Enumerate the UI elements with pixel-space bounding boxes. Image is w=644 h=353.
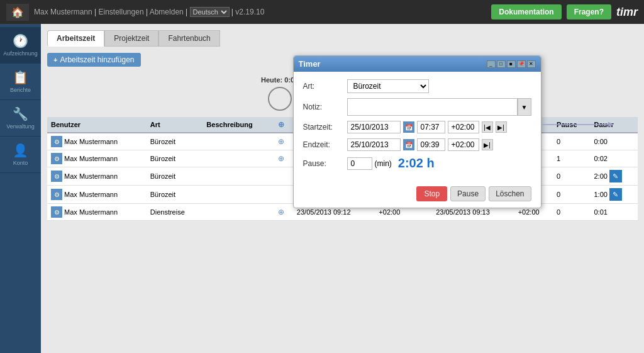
summary-today-circle <box>268 87 292 111</box>
modal-pin-button[interactable]: 📌 <box>517 60 526 68</box>
start-next-button[interactable]: ▶| <box>496 121 507 133</box>
row-settings-button[interactable]: ⚙ <box>51 171 62 182</box>
cell-user: ⚙ Max Mustermann <box>47 204 147 221</box>
sidebar: 🕐 Aufzeichnung 📋 Berichte 🔧 Verwaltung 👤… <box>0 24 41 353</box>
content-area: Arbeitszeit Projektzeit Fahrtenbuch Arbe… <box>41 24 644 353</box>
documentation-button[interactable]: Dokumentation <box>491 4 561 20</box>
end-calendar-icon[interactable]: 📅 <box>403 139 414 150</box>
notiz-input[interactable] <box>347 98 518 116</box>
sidebar-label-aufzeichnung: Aufzeichnung <box>3 50 38 57</box>
add-button-label: Arbeitszeit hinzufügen <box>60 55 134 64</box>
row-settings-button[interactable]: ⚙ <box>51 189 62 200</box>
delete-button[interactable]: Löschen <box>489 186 531 201</box>
pause-button[interactable]: Pause <box>450 186 486 201</box>
start-time-inputs: 📅 |◀ ▶| <box>347 121 507 133</box>
language-select[interactable]: Deutsch <box>190 7 230 17</box>
row-globe-start-icon: ⊕ <box>278 154 284 163</box>
start-zone-input[interactable] <box>448 121 479 133</box>
th-globe-start: ⊕ <box>274 117 292 133</box>
topbar: 🏠 Max Mustermann | Einstellungen | Abmel… <box>0 0 644 24</box>
endzeit-row: Endzeit: 📅 ▶| <box>303 138 531 151</box>
wrench-icon: 🔧 <box>13 106 28 121</box>
start-time-input[interactable] <box>417 121 445 133</box>
modal-overlay: Timer _ □ ■ 📌 ✕ Art: Bürozeit <box>293 55 541 208</box>
row-settings-button[interactable]: ⚙ <box>51 153 62 164</box>
start-prev-button[interactable]: |◀ <box>482 121 493 133</box>
notiz-dropdown-button[interactable]: ▼ <box>518 98 531 116</box>
row-settings-button[interactable]: ⚙ <box>51 136 62 147</box>
topbar-info: Max Mustermann | Einstellungen | Abmelde… <box>34 7 486 17</box>
cell-desc <box>203 133 274 150</box>
cell-user: ⚙ Max Mustermann <box>47 150 147 167</box>
home-button[interactable]: 🏠 <box>6 4 29 21</box>
modal-body: Art: Bürozeit Notiz: ▼ Startzeit: <box>294 72 541 183</box>
row-settings-button[interactable]: ⚙ <box>51 206 62 218</box>
cell-dauer: 0:00 <box>590 133 638 150</box>
sidebar-item-aufzeichnung[interactable]: 🕐 Aufzeichnung <box>0 27 41 64</box>
modal-controls: _ □ ■ 📌 ✕ <box>487 60 536 68</box>
sidebar-item-verwaltung[interactable]: 🔧 Verwaltung <box>0 100 41 137</box>
startzeit-row: Startzeit: 📅 |◀ ▶| <box>303 121 531 133</box>
pause-row: Pause: (min) 2:02 h <box>303 156 531 171</box>
th-benutzer: Benutzer <box>47 117 147 133</box>
sidebar-label-verwaltung: Verwaltung <box>6 123 35 130</box>
th-beschreibung: Beschreibung <box>203 117 274 133</box>
modal-restore-button[interactable]: □ <box>497 60 506 68</box>
cell-globe-s: ⊕ <box>274 204 292 221</box>
cell-pause: 1 <box>553 150 590 167</box>
th-art: Art <box>147 117 203 133</box>
cell-globe-s <box>274 186 292 204</box>
modal-maximize-button[interactable]: ■ <box>507 60 516 68</box>
cell-desc <box>203 150 274 167</box>
start-date-input[interactable] <box>347 121 401 133</box>
sidebar-item-berichte[interactable]: 📋 Berichte <box>0 64 41 100</box>
end-time-input[interactable] <box>417 138 445 151</box>
main-layout: 🕐 Aufzeichnung 📋 Berichte 🔧 Verwaltung 👤… <box>0 24 644 353</box>
cell-pause: 0 <box>553 204 590 221</box>
modal-header: Timer _ □ ■ 📌 ✕ <box>294 56 541 72</box>
globe-start-icon: ⊕ <box>278 120 284 129</box>
end-next-button[interactable]: ▶| <box>482 139 493 150</box>
tab-arbeitszeit[interactable]: Arbeitszeit <box>47 30 104 47</box>
sidebar-label-berichte: Berichte <box>10 87 31 93</box>
settings-link[interactable]: Einstellungen <box>99 8 144 16</box>
modal-close-button[interactable]: ✕ <box>527 60 536 68</box>
start-calendar-icon[interactable]: 📅 <box>403 121 414 133</box>
clock-icon: 🕐 <box>13 33 28 48</box>
stop-button[interactable]: Stop <box>416 186 447 201</box>
edit-button[interactable]: ✎ <box>609 170 622 182</box>
version-label: v2.19.10 <box>235 8 264 16</box>
arrow-annotation <box>541 115 617 134</box>
help-button[interactable]: Fragen? <box>567 4 611 20</box>
modal-title: Timer <box>299 59 321 69</box>
report-icon: 📋 <box>13 70 28 85</box>
tab-fahrtenbuch[interactable]: Fahrtenbuch <box>158 30 219 47</box>
add-arbeitszeit-button[interactable]: Arbeitszeit hinzufügen <box>47 53 141 67</box>
cell-dauer: 0:02 <box>590 150 638 167</box>
cell-art: Dienstreise <box>147 204 203 221</box>
modal-minimize-button[interactable]: _ <box>487 60 496 68</box>
cell-desc <box>203 204 274 221</box>
art-select[interactable]: Bürozeit <box>347 79 429 93</box>
cell-dauer: 0:01 <box>590 204 638 221</box>
edit-button[interactable]: ✎ <box>609 188 622 201</box>
end-date-input[interactable] <box>347 138 401 151</box>
logo: timr <box>616 6 638 19</box>
cell-art: Bürozeit <box>147 150 203 167</box>
cell-user: ⚙ Max Mustermann <box>47 167 147 186</box>
cell-desc <box>203 167 274 186</box>
cell-art: Bürozeit <box>147 167 203 186</box>
pause-input[interactable] <box>347 157 372 170</box>
sidebar-item-konto[interactable]: 👤 Konto <box>0 137 41 173</box>
cell-desc <box>203 186 274 204</box>
end-zone-input[interactable] <box>448 138 479 151</box>
notiz-row: Notiz: ▼ <box>303 98 531 116</box>
logout-link[interactable]: Abmelden <box>150 8 184 16</box>
cell-pause: 0 <box>553 167 590 186</box>
cell-globe-s: ⊕ <box>274 133 292 150</box>
cell-pause: 0 <box>553 133 590 150</box>
tab-projektzeit[interactable]: Projektzeit <box>104 30 158 47</box>
pause-label: Pause: <box>303 159 347 168</box>
cell-globe-s: ⊕ <box>274 150 292 167</box>
pause-unit: (min) <box>375 159 392 168</box>
